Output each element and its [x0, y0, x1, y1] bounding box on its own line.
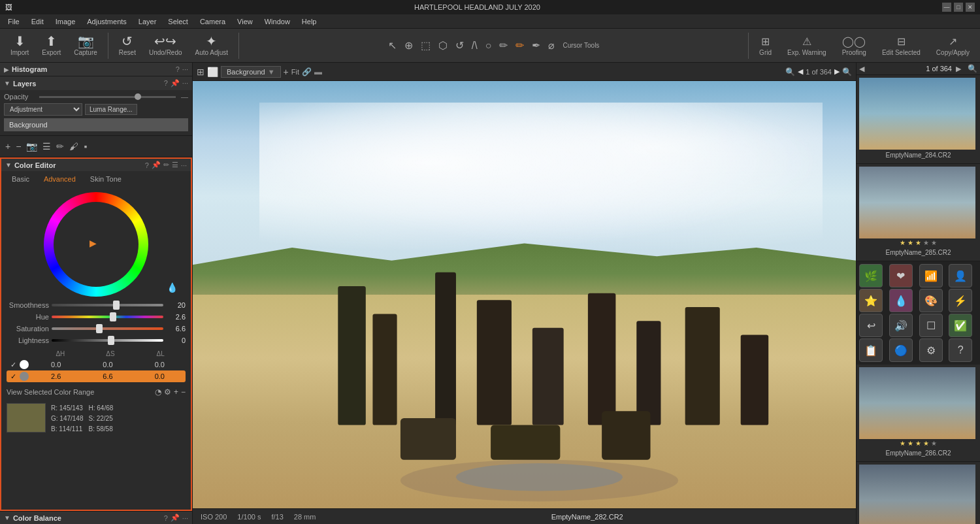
mini-tool-16[interactable]: ? — [949, 338, 972, 362]
cursor-tool-1[interactable]: ↖ — [388, 39, 397, 52]
thumbnail-item-2[interactable]: ★ ★ ★ ★ ★ EmptyName_285.CR2 — [857, 164, 980, 261]
tab-grid-icon[interactable]: ⊞ — [197, 67, 204, 77]
mini-tool-5[interactable]: ⭐ — [859, 289, 883, 312]
menu-image[interactable]: Image — [50, 16, 81, 27]
add-tool-button[interactable]: + — [4, 140, 12, 153]
cursor-tool-4[interactable]: ⬡ — [438, 39, 448, 52]
smoothness-slider[interactable] — [52, 304, 163, 306]
delta-check-1[interactable]: ✓ — [7, 361, 20, 369]
mini-tool-1[interactable]: 🌿 — [859, 264, 883, 287]
vcr-add-btn[interactable]: + — [174, 387, 178, 397]
mini-tool-4[interactable]: 👤 — [949, 264, 972, 287]
undo-redo-button[interactable]: ↩↪ Undo/Redo — [144, 35, 188, 56]
mini-tool-14[interactable]: 🔵 — [889, 338, 913, 362]
menu-file[interactable]: File — [3, 16, 25, 27]
filmstrip-nav-right[interactable]: ▶ — [956, 65, 961, 73]
color-wheel[interactable] — [44, 192, 148, 297]
grid-button[interactable]: ⊞ Grid — [754, 35, 777, 56]
cursor-tool-10[interactable]: ✒ — [532, 39, 540, 52]
vcr-edit-btn[interactable]: ⚙ — [164, 387, 171, 397]
color-editor-list-icon[interactable]: ☰ — [172, 161, 178, 169]
mini-tool-11[interactable]: ☐ — [919, 314, 943, 337]
layers-header[interactable]: ▼ Layers ? 📌 ··· — [0, 76, 192, 90]
color-editor-pin-icon[interactable]: 📌 — [152, 161, 161, 169]
eyedropper-button[interactable]: 💧 — [167, 282, 178, 293]
histogram-more-icon[interactable]: ··· — [182, 65, 188, 73]
reset-button[interactable]: ↺ Reset — [114, 35, 141, 56]
adjustment-dropdown[interactable]: Adjustment — [4, 103, 82, 116]
edit-selected-button[interactable]: ⊟ Edit Selected — [877, 35, 926, 56]
luma-range-button[interactable]: Luma Range... — [85, 104, 137, 115]
filmstrip-zoom-icon[interactable]: 🔍 — [968, 64, 977, 73]
histogram-help-icon[interactable]: ? — [176, 65, 180, 73]
search-icon[interactable]: ◀ — [798, 67, 803, 76]
cursor-tool-11[interactable]: ⌀ — [548, 39, 555, 52]
filmstrip-search-icon[interactable]: 🔍 — [842, 67, 852, 76]
exp-warning-button[interactable]: ⚠ Exp. Warning — [782, 35, 832, 56]
menu-select[interactable]: Select — [163, 16, 193, 27]
maximize-button[interactable]: □ — [954, 3, 963, 12]
close-button[interactable]: ✕ — [966, 3, 975, 12]
minimize-button[interactable]: — — [942, 3, 951, 12]
thumbnail-item-4[interactable]: EmptyName_287.CR2 — [857, 462, 980, 524]
tab-basic[interactable]: Basic — [5, 174, 36, 184]
color-balance-help-icon[interactable]: ? — [164, 514, 168, 522]
hue-slider[interactable] — [52, 316, 163, 318]
background-layer-row[interactable]: Background — [4, 118, 188, 131]
menu-adjustments[interactable]: Adjustments — [82, 16, 132, 27]
color-balance-header[interactable]: ▼ Color Balance ? 📌 ··· — [0, 511, 192, 524]
vcr-remove-btn[interactable]: − — [181, 387, 186, 397]
saturation-slider[interactable] — [52, 327, 163, 330]
cursor-tool-2[interactable]: ⊕ — [404, 39, 413, 52]
tab-skin-tone[interactable]: Skin Tone — [84, 174, 128, 184]
tab-background-button[interactable]: Background ▼ — [221, 66, 281, 78]
zoom-search-icon[interactable]: 🔍 — [785, 67, 795, 76]
title-bar-controls[interactable]: — □ ✕ — [942, 3, 975, 12]
mini-tool-8[interactable]: ⚡ — [949, 289, 972, 312]
layers-pin-icon[interactable]: 📌 — [171, 79, 180, 88]
export-button[interactable]: ⬆ Export — [37, 35, 66, 56]
opacity-slider[interactable] — [39, 96, 176, 98]
copy-apply-button[interactable]: ↗ Copy/Apply — [931, 35, 975, 56]
mini-tool-15[interactable]: ⚙ — [919, 338, 943, 362]
pen-tool-button[interactable]: ✏ — [55, 140, 65, 153]
color-wheel-marker[interactable] — [90, 238, 103, 251]
color-balance-more-icon[interactable]: ··· — [182, 514, 188, 522]
cursor-tool-9[interactable]: ✏ — [515, 39, 524, 52]
color-editor-more-icon[interactable]: ··· — [181, 161, 187, 169]
next-icon[interactable]: ▶ — [834, 67, 840, 76]
remove-tool-button[interactable]: − — [14, 140, 22, 153]
color-editor-edit-icon[interactable]: ✏ — [163, 161, 169, 169]
menu-layer[interactable]: Layer — [133, 16, 162, 27]
mini-tool-7[interactable]: 🎨 — [919, 289, 943, 312]
auto-adjust-button[interactable]: ✦ Auto Adjust — [190, 35, 234, 56]
layers-help-icon[interactable]: ? — [164, 79, 168, 88]
vcr-circle-btn[interactable]: ◔ — [155, 387, 161, 397]
mini-tool-3[interactable]: 📶 — [919, 264, 943, 287]
cursor-tool-7[interactable]: ○ — [485, 40, 492, 52]
thumbnail-item-1[interactable]: EmptyName_284.CR2 — [857, 75, 980, 164]
proofing-button[interactable]: ◯◯ Proofing — [837, 35, 872, 56]
capture-button[interactable]: 📷 Capture — [69, 35, 103, 56]
mini-tool-12[interactable]: ✅ — [949, 314, 972, 337]
delta-check-2[interactable]: ✓ — [7, 372, 20, 381]
menu-help[interactable]: Help — [297, 16, 322, 27]
menu-camera[interactable]: Camera — [195, 16, 231, 27]
layers-more-icon[interactable]: ··· — [182, 79, 188, 88]
menu-window[interactable]: Window — [259, 16, 295, 27]
list-tool-button[interactable]: ☰ — [41, 140, 52, 153]
mini-tool-9[interactable]: ↩ — [859, 314, 883, 337]
lightness-slider[interactable] — [52, 339, 163, 342]
color-balance-pin-icon[interactable]: 📌 — [171, 514, 180, 522]
tab-add-button[interactable]: + — [284, 67, 289, 77]
import-button[interactable]: ⬇ Import — [5, 35, 34, 56]
cursor-tool-5[interactable]: ↺ — [455, 39, 464, 52]
mini-tool-2[interactable]: ❤ — [889, 264, 913, 287]
tab-single-icon[interactable]: ⬜ — [207, 67, 218, 77]
histogram-header[interactable]: ▶ Histogram ? ··· — [0, 63, 192, 76]
tab-advanced[interactable]: Advanced — [37, 174, 82, 184]
cursor-tool-8[interactable]: ✏ — [499, 39, 508, 52]
mini-tool-6[interactable]: 💧 — [889, 289, 913, 312]
thumbnail-item-3[interactable]: ★ ★ ★ ★ ★ EmptyName_286.CR2 — [857, 365, 980, 462]
menu-edit[interactable]: Edit — [26, 16, 49, 27]
